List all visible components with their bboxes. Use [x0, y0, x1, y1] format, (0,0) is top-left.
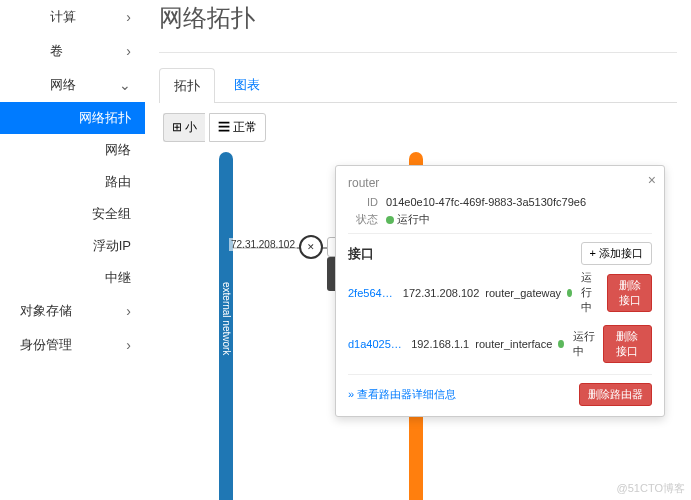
nav-networks[interactable]: 网络	[0, 134, 145, 166]
nav-security-groups[interactable]: 安全组	[0, 198, 145, 230]
interface-ip: 192.168.1.1	[411, 338, 469, 350]
tab-topology[interactable]: 拓扑	[159, 68, 215, 103]
router-detail-link[interactable]: » 查看路由器详细信息	[348, 387, 456, 402]
size-normal-button[interactable]: ☰ 正常	[209, 113, 266, 142]
interfaces-heading: 接口	[348, 245, 374, 263]
grid-icon: ⊞	[172, 120, 182, 134]
label-id: ID	[348, 196, 378, 208]
interface-id-link[interactable]: d1a40252-8b...	[348, 338, 405, 350]
nav-trunks[interactable]: 中继	[0, 262, 145, 294]
interface-id-link[interactable]: 2fe564e2-cd...	[348, 287, 397, 299]
network-label: external network	[221, 282, 232, 355]
page-title: 网络拓扑	[159, 0, 677, 53]
chevron-right-icon: ›	[126, 9, 131, 25]
nav-network[interactable]: 网络⌄	[0, 68, 145, 102]
list-icon: ☰	[218, 120, 230, 134]
size-small-button[interactable]: ⊞ 小	[163, 113, 205, 142]
chevron-down-icon: ⌄	[119, 77, 131, 93]
interface-type: router_interface	[475, 338, 552, 350]
value-status: 运行中	[397, 213, 430, 225]
status-dot-icon	[558, 340, 564, 348]
interface-status: 运行中	[573, 329, 597, 359]
tab-graph[interactable]: 图表	[219, 67, 275, 102]
chevron-right-icon: ›	[126, 337, 131, 353]
port-ip-label: 72.31.208.102	[229, 238, 297, 251]
close-icon[interactable]: ×	[648, 172, 656, 188]
status-dot-icon	[386, 216, 394, 224]
delete-router-button[interactable]: 删除路由器	[579, 383, 652, 406]
status-dot-icon	[567, 289, 572, 297]
interface-ip: 172.31.208.102	[403, 287, 479, 299]
chevron-right-icon: ›	[126, 43, 131, 59]
router-node[interactable]: ✕ router 路由	[299, 235, 323, 259]
nav-object-storage[interactable]: 对象存储›	[0, 294, 145, 328]
popup-title: router	[348, 176, 652, 190]
value-id: 014e0e10-47fc-469f-9883-3a5130fc79e6	[386, 196, 586, 208]
nav-identity[interactable]: 身份管理›	[0, 328, 145, 362]
toolbar: ⊞ 小 ☰ 正常	[159, 103, 677, 152]
nav-volumes[interactable]: 卷›	[0, 34, 145, 68]
nav-compute[interactable]: 计算›	[0, 0, 145, 34]
delete-interface-button[interactable]: 删除接口	[603, 325, 652, 363]
nav-routers[interactable]: 路由	[0, 166, 145, 198]
add-interface-button[interactable]: + 添加接口	[581, 242, 652, 265]
sidebar: 计算› 卷› 网络⌄ 网络拓扑 网络 路由 安全组 浮动IP 中继 对象存储› …	[0, 0, 145, 362]
interface-row: 2fe564e2-cd... 172.31.208.102 router_gat…	[348, 265, 652, 320]
nav-floating-ips[interactable]: 浮动IP	[0, 230, 145, 262]
router-icon: ✕	[299, 235, 323, 259]
interface-type: router_gateway	[485, 287, 561, 299]
interface-status: 运行中	[581, 270, 601, 315]
tabs: 拓扑 图表	[159, 53, 677, 102]
nav-network-topology[interactable]: 网络拓扑	[0, 102, 145, 134]
watermark: @51CTO博客	[617, 481, 685, 496]
chevron-right-icon: ›	[126, 303, 131, 319]
delete-interface-button[interactable]: 删除接口	[607, 274, 652, 312]
interface-row: d1a40252-8b... 192.168.1.1 router_interf…	[348, 320, 652, 368]
router-detail-popup: × router ID014e0e10-47fc-469f-9883-3a513…	[335, 165, 665, 417]
network-bar-external[interactable]: external network 172.31.208.0/24	[219, 152, 233, 500]
label-status: 状态	[348, 212, 378, 227]
